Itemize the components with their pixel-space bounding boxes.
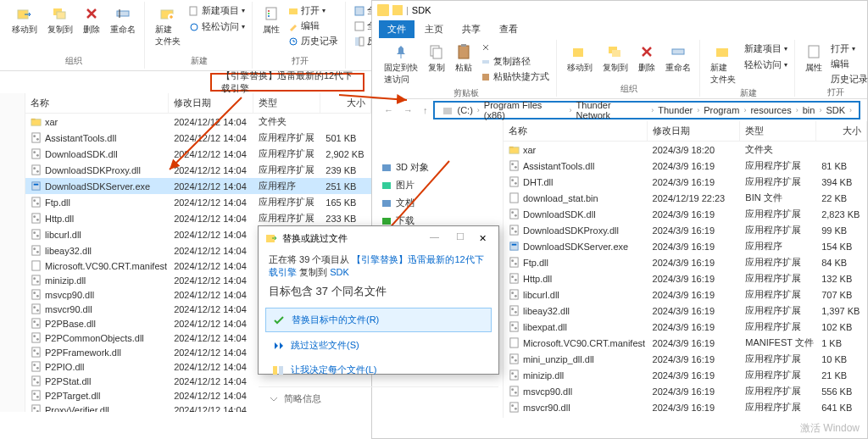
minimize-icon[interactable]: — [430,231,439,242]
copy-to-button[interactable]: 复制到 [599,42,632,75]
maximize-icon[interactable]: ☐ [456,231,465,242]
history-button[interactable]: 历史记录 [287,34,340,48]
file-row[interactable]: Http.dll2024/12/12 14:04应用程序扩展233 KB [25,210,371,226]
file-row[interactable]: msvcr90.dll2024/3/9 16:19应用程序扩展641 KB [504,399,867,415]
file-row[interactable]: P2PBase.dll2024/3/9 16:19应用程序扩展1,268 KB [504,415,867,418]
open-button[interactable]: 打开▾ [287,3,340,18]
new-folder-button[interactable]: 新建 文件夹 [707,42,739,87]
file-row[interactable]: libeay32.dll2024/3/9 16:19应用程序扩展1,397 KB [504,303,867,319]
nav-tree[interactable] [0,93,25,412]
column-headers[interactable]: 名称 修改日期 类型 大小 [25,93,371,114]
move-to-button[interactable]: 移动到 [8,3,41,37]
col-size[interactable]: 大小 [816,121,867,141]
file-row[interactable]: Http.dll2024/3/9 16:19应用程序扩展132 KB [504,270,867,286]
skip-option[interactable]: 跳过这些文件(S) [265,334,492,357]
address-bar[interactable]: ← → ↑ (C:)›Program Files (x86)›Thunder N… [372,99,867,121]
file-row[interactable]: Ftp.dll2024/3/9 16:19应用程序扩展84 KB [504,254,867,270]
file-list[interactable]: 名称 修改日期 类型 大小 xar2024/3/9 18:20文件夹Assist… [504,121,867,418]
svg-point-142 [511,356,514,358]
file-row[interactable]: download_stat.bin2024/12/19 22:23BIN 文件2… [504,190,867,206]
svg-point-118 [511,211,514,214]
open-button[interactable]: 打开▾ [829,42,868,56]
file-row[interactable]: Ftp.dll2024/12/12 14:04应用程序扩展165 KB [25,194,371,210]
col-name[interactable]: 名称 [25,93,169,113]
dialog-footer[interactable]: 简略信息 [259,386,498,410]
tab-file[interactable]: 文件 [379,20,415,38]
easy-access-button[interactable]: 轻松访问▾ [743,58,789,72]
file-row[interactable]: DownloadSDKServer.exe2024/12/12 14:04应用程… [25,178,371,194]
file-row[interactable]: DownloadSDK.dll2024/3/9 16:19应用程序扩展2,823… [504,206,867,222]
tree-item[interactable]: 文档 [376,194,499,212]
back-icon[interactable]: ← [384,105,393,115]
new-item-button[interactable]: 新建项目▾ [743,42,789,56]
titlebar[interactable]: | SDK [372,1,867,19]
crumb[interactable]: SDK [823,105,848,115]
cut-button[interactable] [479,42,551,53]
move-to-button[interactable]: 移动到 [564,42,596,75]
pin-button[interactable]: 固定到快 速访问 [381,42,421,87]
forward-icon[interactable]: → [403,105,413,115]
new-folder-button[interactable]: 新建 文件夹 [152,3,184,49]
file-row[interactable]: mini_unzip_dll.dll2024/3/9 16:19应用程序扩展10… [504,351,867,367]
file-row[interactable]: msvcp90.dll2024/3/9 16:19应用程序扩展556 KB [504,383,867,399]
file-row[interactable]: xar2024/3/9 18:20文件夹 [504,142,867,158]
tab-share[interactable]: 共享 [453,20,489,38]
rename-button[interactable]: 重命名 [662,42,694,75]
crumb[interactable]: (C:) [455,105,476,115]
crumb[interactable]: Thunder Network [574,100,650,120]
paste-button[interactable]: 粘贴 [452,42,476,75]
col-date[interactable]: 修改日期 [648,121,741,141]
address-bar[interactable]: 【引擎替换】迅雷最新的12代下载引擎 [0,71,371,93]
svg-point-39 [33,231,36,234]
svg-point-55 [33,320,36,323]
col-date[interactable]: 修改日期 [169,93,253,113]
rename-button[interactable]: 重命名 [107,3,139,37]
edit-button[interactable]: 编辑 [829,57,868,71]
copy-button[interactable]: 复制 [425,42,448,75]
dialog-titlebar[interactable]: 替换或跳过文件 ✕ — ☐ [259,226,498,250]
replace-option[interactable]: 替换目标中的文件(R) [265,308,492,332]
crumb[interactable]: Thunder [655,105,695,115]
crumb[interactable]: Program Files (x86) [481,100,568,120]
properties-button[interactable]: 属性 [259,3,283,37]
paste-shortcut-button[interactable]: 粘贴快捷方式 [479,69,551,84]
tree-item[interactable]: 图片 [376,176,499,194]
col-size[interactable]: 大小 [320,93,371,113]
col-type[interactable]: 类型 [740,121,816,141]
history-button[interactable]: 历史记录 [829,72,868,86]
easy-access-button[interactable]: 轻松访问▾ [187,19,247,34]
copy-to-button[interactable]: 复制到 [44,3,76,37]
file-row[interactable]: AssistantTools.dll2024/3/9 16:19应用程序扩展81… [504,158,867,174]
file-row[interactable]: minizip.dll2024/3/9 16:19应用程序扩展21 KB [504,367,867,383]
svg-point-12 [268,15,270,17]
file-row[interactable]: libcurl.dll2024/3/9 16:19应用程序扩展707 KB [504,286,867,303]
new-item-button[interactable]: 新建项目▾ [187,3,247,18]
properties-button[interactable]: 属性 [802,42,826,75]
tab-home[interactable]: 主页 [416,20,452,38]
col-name[interactable]: 名称 [504,121,648,141]
close-button[interactable]: ✕ [470,230,495,247]
file-row[interactable]: AssistantTools.dll2024/12/12 14:04应用程序扩展… [25,130,371,146]
delete-button[interactable]: 删除 [80,3,103,37]
file-row[interactable]: DHT.dll2024/3/9 16:19应用程序扩展394 KB [504,174,867,190]
col-type[interactable]: 类型 [253,93,321,113]
file-row[interactable]: Microsoft.VC90.CRT.manifest2024/3/9 16:1… [504,335,867,351]
file-row[interactable]: libexpat.dll2024/3/9 16:19应用程序扩展102 KB [504,319,867,335]
file-row[interactable]: xar2024/12/12 14:04文件夹 [25,114,371,130]
svg-point-64 [33,364,36,366]
crumb[interactable]: resources [748,105,793,115]
delete-button[interactable]: 删除 [635,42,659,75]
edit-button[interactable]: 编辑 [287,19,340,33]
file-row[interactable]: DownloadSDKServer.exe2024/3/9 16:19应用程序1… [504,238,867,254]
column-headers[interactable]: 名称 修改日期 类型 大小 [504,121,867,142]
tree-item[interactable]: 3D 对象 [376,158,499,176]
crumb[interactable]: bin [800,105,818,115]
file-row[interactable]: DownloadSDKProxy.dll2024/12/12 14:04应用程序… [25,162,371,178]
tab-view[interactable]: 查看 [491,20,526,38]
copy-path-button[interactable]: 复制路径 [479,54,551,69]
up-icon[interactable]: ↑ [423,105,428,115]
file-row[interactable]: DownloadSDK.dll2024/12/12 14:04应用程序扩展2,9… [25,146,371,162]
crumb[interactable]: Program [701,105,742,115]
file-row[interactable]: DownloadSDKProxy.dll2024/3/9 16:19应用程序扩展… [504,222,867,238]
decide-option[interactable]: 让我决定每个文件(L) [265,358,492,381]
